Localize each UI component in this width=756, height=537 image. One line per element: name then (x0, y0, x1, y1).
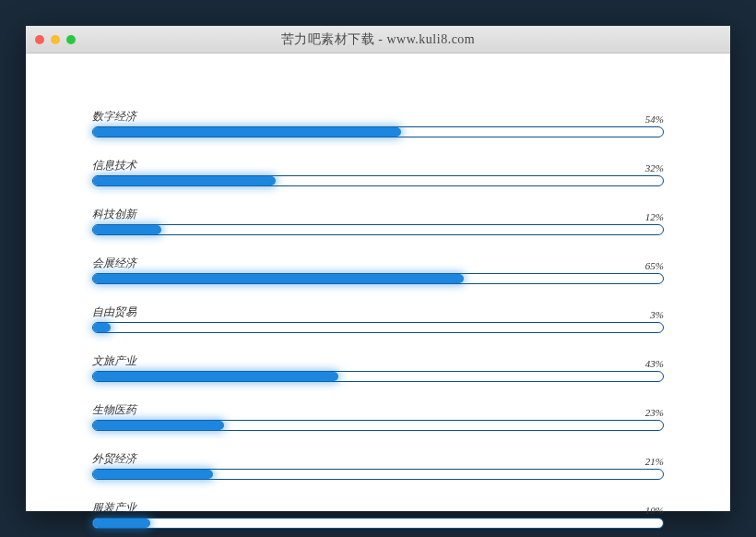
bar-track (92, 518, 664, 529)
bar-row: 外贸经济 21% (92, 451, 664, 480)
bar-fill (93, 421, 224, 430)
bar-fill (93, 176, 276, 185)
bar-row: 科技创新 12% (92, 207, 664, 235)
bar-track (92, 273, 664, 284)
bar-fill (93, 127, 401, 137)
bar-fill (93, 323, 111, 332)
browser-window: 苦力吧素材下载 - www.kuli8.com 数字经济 54% 信息技术 32… (26, 26, 730, 511)
bar-fill (93, 372, 338, 381)
bar-label: 信息技术 (92, 158, 136, 173)
bar-percent: 3% (650, 309, 664, 320)
bar-row: 生物医药 23% (92, 402, 664, 431)
bar-percent: 12% (645, 211, 664, 222)
bar-label: 科技创新 (92, 207, 136, 222)
bar-row: 自由贸易 3% (92, 304, 664, 333)
bar-label: 自由贸易 (92, 304, 136, 320)
bar-track (92, 322, 664, 333)
close-icon[interactable] (35, 35, 44, 44)
chart-area: 数字经济 54% 信息技术 32% 科技创新 12% (26, 54, 730, 537)
bar-track (92, 175, 664, 186)
bar-track (92, 420, 664, 431)
minimize-icon[interactable] (51, 35, 60, 44)
bar-track (92, 469, 664, 480)
bar-percent: 43% (645, 358, 664, 369)
bar-label: 生物医药 (92, 402, 136, 418)
bar-fill (93, 225, 161, 234)
bar-fill (93, 519, 150, 528)
bar-fill (93, 274, 464, 283)
bar-track (92, 126, 664, 137)
bar-track (92, 371, 664, 382)
bar-row: 信息技术 32% (92, 158, 664, 186)
bar-label: 文旅产业 (92, 353, 136, 369)
bar-percent: 54% (645, 113, 664, 125)
bar-track (92, 224, 664, 235)
bar-row: 文旅产业 43% (92, 353, 664, 382)
titlebar: 苦力吧素材下载 - www.kuli8.com (26, 26, 730, 54)
bar-label: 会展经济 (92, 256, 136, 271)
bar-label: 数字经济 (92, 109, 136, 125)
bar-percent: 21% (645, 456, 664, 467)
bar-percent: 23% (645, 407, 664, 418)
window-controls (35, 35, 76, 44)
bar-row: 会展经济 65% (92, 256, 664, 284)
maximize-icon[interactable] (66, 35, 76, 44)
bar-label: 服装产业 (92, 500, 136, 516)
bar-percent: 65% (645, 260, 664, 271)
bar-row: 服装产业 10% (92, 500, 664, 529)
bar-percent: 32% (645, 162, 664, 173)
bar-fill (93, 470, 213, 479)
bar-percent: 10% (645, 505, 664, 516)
bar-label: 外贸经济 (92, 451, 136, 467)
bar-row: 数字经济 54% (92, 109, 664, 137)
window-title: 苦力吧素材下载 - www.kuli8.com (281, 31, 475, 48)
